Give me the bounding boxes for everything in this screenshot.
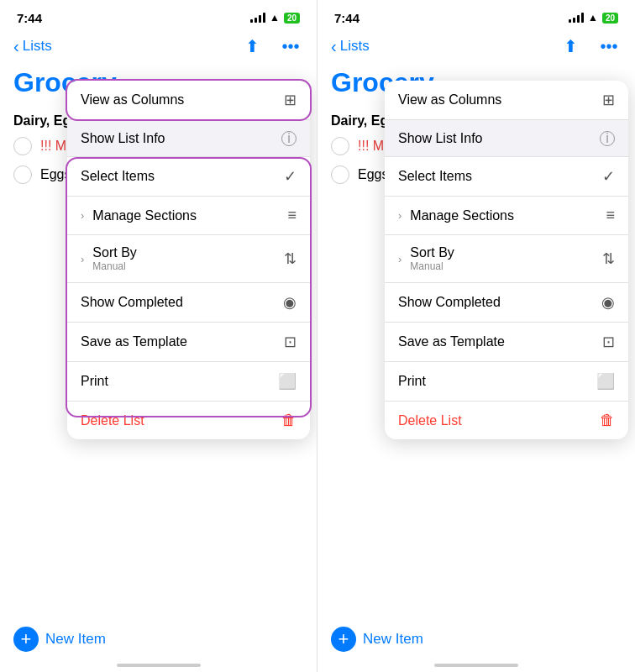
menu-delete-list-left[interactable]: Delete List 🗑 <box>67 402 310 439</box>
dropdown-menu-left: View as Columns ⊞ Show List Info i Selec… <box>67 81 310 439</box>
menu-sort-by-right[interactable]: › Sort By Manual ⇅ <box>385 235 628 283</box>
more-button-right[interactable]: ••• <box>596 34 622 59</box>
menu-label: Delete List <box>81 413 144 428</box>
battery-right: 20 <box>602 13 618 24</box>
sort-icon: ⇅ <box>602 249 615 268</box>
item-circle[interactable] <box>331 137 349 155</box>
sections-icon: ≡ <box>606 207 615 224</box>
back-label-right: Lists <box>340 38 370 55</box>
menu-label: View as Columns <box>81 92 184 108</box>
menu-label: Show Completed <box>398 295 501 310</box>
menu-label: Save as Template <box>81 334 187 349</box>
share-button-left[interactable]: ⬆ <box>239 34 265 59</box>
nav-actions-right: ⬆ ••• <box>558 34 622 59</box>
item-text: Eggs <box>358 167 388 182</box>
status-icons-right: ▲ 20 <box>569 12 618 24</box>
status-bar-left: 7:44 ▲ 20 <box>0 0 317 30</box>
select-icon: ✓ <box>284 167 297 186</box>
eye-icon: ◉ <box>601 293 615 312</box>
menu-label: Delete List <box>398 413 462 428</box>
item-text: Eggs <box>40 167 71 182</box>
menu-show-completed-left[interactable]: Show Completed ◉ <box>67 283 310 323</box>
menu-label: Select Items <box>81 169 155 184</box>
back-button-left[interactable]: ‹ Lists <box>13 38 52 55</box>
menu-sublabel: Manual <box>410 260 454 272</box>
chevron-icon: › <box>398 253 401 265</box>
battery-left: 20 <box>284 13 300 24</box>
info-icon: i <box>281 131 297 146</box>
menu-label: Show Completed <box>81 295 183 310</box>
select-icon: ✓ <box>602 167 615 186</box>
print-icon: ⬜ <box>278 372 297 391</box>
signal-icon-right <box>569 13 584 23</box>
eye-icon: ◉ <box>283 293 297 312</box>
item-circle[interactable] <box>331 165 349 184</box>
wifi-icon-left: ▲ <box>270 12 280 24</box>
home-indicator-right <box>434 664 518 667</box>
menu-save-template-right[interactable]: Save as Template ⊡ <box>385 323 628 362</box>
more-button-left[interactable]: ••• <box>278 34 303 59</box>
share-button-right[interactable]: ⬆ <box>558 34 583 59</box>
right-panel: 7:44 ▲ 20 ‹ Lists ⬆ ••• Grocery Dairy, E… <box>318 0 635 672</box>
chevron-icon: › <box>81 253 84 265</box>
chevron-icon: › <box>81 209 84 222</box>
menu-label: Save as Template <box>398 334 505 349</box>
left-panel: 7:44 ▲ 20 ‹ Lists ⬆ ••• Grocery Dairy, E… <box>0 0 318 672</box>
signal-icon-left <box>250 13 265 23</box>
new-item-button-right[interactable]: + New Item <box>331 627 423 652</box>
sort-icon: ⇅ <box>284 249 297 268</box>
menu-manage-sections-left[interactable]: › Manage Sections ≡ <box>67 197 310 235</box>
back-chevron-right: ‹ <box>331 38 337 55</box>
nav-bar-left: ‹ Lists ⬆ ••• <box>0 30 317 64</box>
new-item-label-right: New Item <box>363 631 423 648</box>
menu-select-items-left[interactable]: Select Items ✓ <box>67 157 310 197</box>
menu-label: Sort By <box>410 245 454 260</box>
menu-sort-by-left[interactable]: › Sort By Manual ⇅ <box>67 235 310 283</box>
menu-label: View as Columns <box>398 92 501 108</box>
menu-view-as-columns-right[interactable]: View as Columns ⊞ <box>385 81 628 120</box>
back-chevron-left: ‹ <box>13 38 19 55</box>
info-icon: i <box>600 131 615 146</box>
item-circle[interactable] <box>13 165 32 184</box>
menu-show-list-info-right[interactable]: Show List Info i <box>385 120 628 157</box>
back-button-right[interactable]: ‹ Lists <box>331 38 370 55</box>
menu-label: Select Items <box>398 169 472 184</box>
status-icons-left: ▲ 20 <box>250 12 300 24</box>
dropdown-menu-right: View as Columns ⊞ Show List Info i <box>385 81 628 439</box>
new-item-label-left: New Item <box>45 631 106 648</box>
trash-icon: 🗑 <box>600 412 615 429</box>
nav-actions-left: ⬆ ••• <box>239 34 303 59</box>
menu-label: Show List Info <box>398 131 483 146</box>
menu-print-left[interactable]: Print ⬜ <box>67 362 310 402</box>
menu-label: Print <box>398 374 426 389</box>
chevron-icon: › <box>398 209 401 222</box>
back-label-left: Lists <box>23 38 52 55</box>
wifi-icon-right: ▲ <box>588 12 598 24</box>
nav-bar-right: ‹ Lists ⬆ ••• <box>318 30 635 64</box>
menu-print-right[interactable]: Print ⬜ <box>385 362 628 402</box>
menu-show-list-info-left[interactable]: Show List Info i <box>67 120 310 157</box>
menu-label: Sort By <box>92 245 136 260</box>
new-item-icon-right: + <box>331 627 356 652</box>
menu-label: Show List Info <box>81 131 165 146</box>
status-bar-right: 7:44 ▲ 20 <box>318 0 635 30</box>
sections-icon: ≡ <box>287 207 297 224</box>
menu-view-as-columns-left[interactable]: View as Columns ⊞ <box>67 81 310 120</box>
menu-label: Manage Sections <box>410 208 514 223</box>
menu-delete-list-right[interactable]: Delete List 🗑 <box>385 402 628 439</box>
menu-show-completed-right[interactable]: Show Completed ◉ <box>385 283 628 323</box>
menu-select-items-right[interactable]: Select Items ✓ <box>385 157 628 197</box>
menu-save-template-left[interactable]: Save as Template ⊡ <box>67 323 310 362</box>
item-circle[interactable] <box>13 137 32 155</box>
new-item-icon-left: + <box>13 627 39 652</box>
template-icon: ⊡ <box>602 333 615 351</box>
trash-icon: 🗑 <box>281 412 297 429</box>
status-time-right: 7:44 <box>334 11 359 25</box>
columns-icon: ⊞ <box>602 91 615 109</box>
menu-manage-sections-right[interactable]: › Manage Sections ≡ <box>385 197 628 235</box>
new-item-button-left[interactable]: + New Item <box>13 627 106 652</box>
menu-label: Manage Sections <box>92 208 197 223</box>
columns-icon: ⊞ <box>284 91 297 109</box>
status-time-left: 7:44 <box>17 11 42 25</box>
menu-sublabel: Manual <box>92 260 136 272</box>
